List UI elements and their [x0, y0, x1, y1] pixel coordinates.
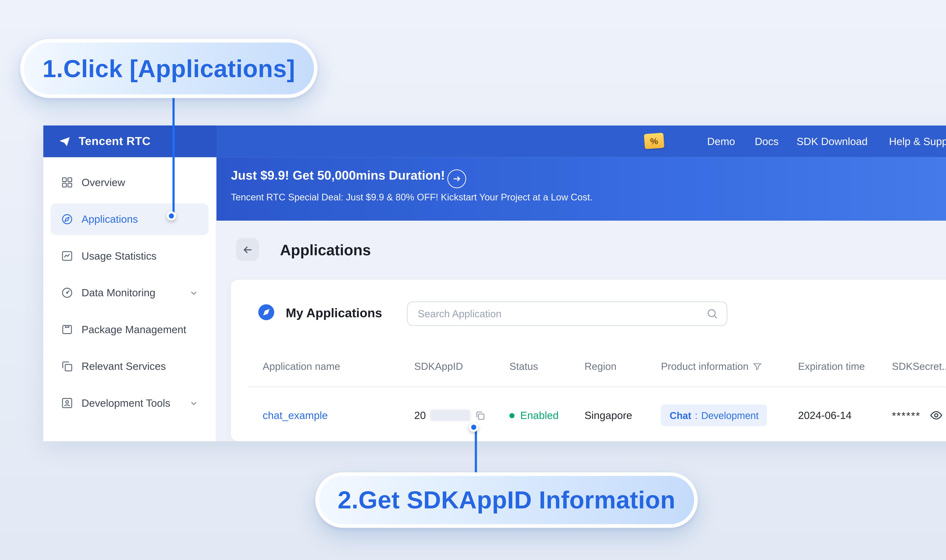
product-separator: :: [695, 410, 698, 421]
sidebar: Overview Applications Usage Statistics: [43, 157, 216, 441]
my-applications-card: My Applications Create application Appli…: [231, 280, 946, 441]
expiration-cell: 2024-06-14: [798, 409, 852, 421]
status-cell: Enabled: [509, 409, 559, 421]
region-cell: Singapore: [585, 409, 632, 421]
promo-banner: Just $9.9! Get 50,000mins Duration! Tenc…: [216, 157, 946, 221]
sidebar-item-label: Applications: [82, 214, 138, 225]
coupon-icon[interactable]: %: [644, 133, 664, 149]
tencent-rtc-logo-icon: [58, 134, 71, 148]
sidebar-item-label: Relevant Services: [82, 360, 166, 372]
applications-compass-icon: [60, 213, 74, 226]
sidebar-item-label: Usage Statistics: [82, 250, 157, 262]
callout-step2-text: 2.Get SDKAppID Information: [338, 486, 676, 514]
sidebar-item-label: Data Monitoring: [82, 287, 155, 298]
banner-arrow-button[interactable]: [448, 169, 466, 188]
sidebar-item-package-management[interactable]: Package Management: [51, 314, 208, 345]
sidebar-item-relevant-services[interactable]: Relevant Services: [51, 351, 208, 382]
banner-title: Just $9.9! Get 50,000mins Duration!: [231, 168, 445, 183]
usage-statistics-icon: [60, 249, 74, 263]
connector-line-step2: [475, 430, 477, 474]
nav-docs[interactable]: Docs: [755, 126, 779, 157]
page-title: Applications: [280, 242, 371, 259]
col-product-information: Product information: [661, 352, 762, 381]
card-title: My Applications: [286, 304, 382, 322]
sdksecret-cell: ******: [892, 409, 943, 422]
sidebar-item-applications[interactable]: Applications: [51, 203, 208, 235]
sidebar-item-label: Development Tools: [82, 397, 170, 409]
connector-dot-step2: [469, 423, 478, 432]
callout-step2: 2.Get SDKAppID Information: [315, 472, 698, 528]
chevron-down-icon[interactable]: [189, 398, 199, 408]
secret-masked: ******: [892, 409, 921, 421]
col-sdksecret: SDKSecret...: [892, 352, 946, 381]
screenshot-stage: 1.Click [Applications] Tencent RTC % Dem…: [0, 0, 946, 560]
banner-subtitle: Tencent RTC Special Deal: Just $9.9 & 80…: [231, 192, 593, 203]
callout-step1: 1.Click [Applications]: [20, 39, 318, 98]
product-environment: Development: [701, 410, 759, 421]
sidebar-item-label: Package Management: [82, 324, 186, 335]
copy-icon[interactable]: [475, 410, 486, 421]
sidebar-item-development-tools[interactable]: Development Tools: [51, 387, 208, 419]
relevant-services-icon: [60, 360, 74, 373]
callout-step1-text: 1.Click [Applications]: [43, 54, 295, 83]
app-name-link[interactable]: chat_example: [262, 409, 328, 421]
connector-line-step1: [173, 97, 174, 218]
top-navbar: Tencent RTC % Demo Docs SDK Download Hel…: [43, 126, 946, 157]
nav-help-support-label: Help & Support: [889, 135, 946, 147]
connector-dot-step1: [167, 211, 176, 221]
nav-sdk-download[interactable]: SDK Download: [796, 126, 867, 157]
overview-grid-icon: [60, 176, 74, 189]
data-monitoring-icon: [60, 286, 74, 299]
col-product-information-label: Product information: [661, 360, 748, 372]
content-area: Just $9.9! Get 50,000mins Duration! Tenc…: [216, 157, 946, 441]
table-header-row: Application name SDKAppID Status Region …: [231, 352, 946, 381]
brand[interactable]: Tencent RTC: [43, 126, 216, 157]
nav-help-support[interactable]: Help & Support: [889, 126, 946, 157]
sdkappid-redacted-blur: [430, 409, 471, 421]
console-window: Tencent RTC % Demo Docs SDK Download Hel…: [43, 126, 946, 441]
status-badge: Enabled: [520, 409, 559, 421]
col-expiration-time: Expiration time: [798, 352, 865, 381]
sidebar-item-overview[interactable]: Overview: [51, 166, 208, 198]
product-badge[interactable]: Chat : Development: [661, 405, 767, 426]
col-status: Status: [509, 352, 538, 381]
sidebar-item-usage-statistics[interactable]: Usage Statistics: [51, 240, 208, 272]
col-region: Region: [585, 352, 616, 381]
sdkappid-cell: 20: [414, 409, 486, 421]
sidebar-item-label: Overview: [82, 177, 125, 188]
sdkappid-prefix: 20: [414, 409, 426, 421]
my-applications-icon: [258, 304, 275, 324]
search-input[interactable]: [407, 302, 727, 326]
table-row: chat_example 20 Enabled: [231, 386, 946, 441]
col-sdkappid: SDKAppID: [414, 352, 463, 381]
filter-icon[interactable]: [753, 362, 762, 371]
product-name: Chat: [670, 410, 691, 421]
back-button[interactable]: [236, 238, 259, 261]
nav-demo[interactable]: Demo: [707, 126, 735, 157]
col-application-name: Application name: [262, 352, 340, 381]
chevron-down-icon[interactable]: [189, 288, 199, 298]
eye-icon[interactable]: [929, 409, 943, 422]
package-management-icon: [60, 323, 74, 336]
product-cell: Chat : Development: [661, 405, 767, 426]
development-tools-icon: [60, 397, 74, 410]
status-dot: [509, 413, 515, 418]
brand-name: Tencent RTC: [79, 135, 151, 148]
sidebar-item-data-monitoring[interactable]: Data Monitoring: [51, 277, 208, 309]
